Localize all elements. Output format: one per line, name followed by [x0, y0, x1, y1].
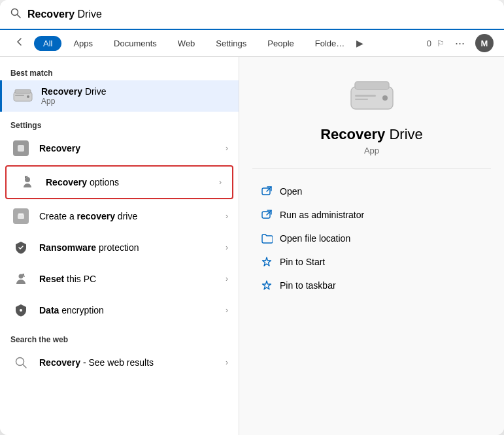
svg-rect-9: [18, 213, 24, 215]
svg-rect-5: [15, 95, 24, 96]
create-recovery-title: Create a recovery drive: [39, 211, 226, 221]
svg-rect-17: [355, 95, 376, 97]
best-match-icon: [12, 86, 33, 106]
tab-settings[interactable]: Settings: [207, 36, 256, 51]
action-file-location[interactable]: Open file location: [252, 227, 491, 250]
right-divider: [252, 169, 491, 169]
tab-apps[interactable]: Apps: [64, 36, 102, 51]
right-panel: Recovery Drive App Open: [239, 57, 504, 435]
tab-folders[interactable]: Folde…: [306, 36, 354, 51]
search-web-chevron: ›: [226, 358, 228, 367]
best-match-label: Best match: [0, 65, 239, 80]
svg-line-22: [267, 210, 271, 215]
filter-right: 0 ⚐ ··· M: [427, 34, 494, 52]
pin-start-label: Pin to Start: [280, 257, 325, 267]
best-match-subtitle: App: [41, 97, 228, 106]
pin-taskbar-icon: [260, 279, 273, 292]
pin-start-icon: [260, 255, 273, 268]
open-label: Open: [280, 186, 302, 197]
svg-line-13: [23, 364, 26, 368]
settings-item-recovery-options[interactable]: Recovery options ›: [5, 165, 233, 199]
recovery-title: Recovery: [39, 143, 226, 153]
ransomware-icon: [10, 237, 31, 258]
create-recovery-chevron: ›: [226, 212, 228, 221]
recovery-chevron: ›: [226, 144, 228, 153]
left-panel: Best match Recovery Drive App: [0, 57, 239, 435]
settings-item-reset-pc[interactable]: Reset this PC ›: [0, 263, 239, 295]
search-input-display[interactable]: Recovery Drive: [27, 8, 494, 20]
recovery-text: Recovery: [39, 143, 226, 153]
search-icon: [10, 8, 21, 21]
best-match-text: Recovery Drive App: [41, 86, 228, 106]
search-query-rest: Drive: [75, 8, 102, 20]
svg-line-1: [18, 15, 21, 18]
create-recovery-icon: [10, 206, 31, 227]
create-recovery-text: Create a recovery drive: [39, 211, 226, 221]
settings-item-data-encryption[interactable]: Data encryption ›: [0, 295, 239, 326]
action-run-admin[interactable]: Run as administrator: [252, 203, 491, 227]
run-admin-icon: [260, 208, 273, 221]
action-open[interactable]: Open: [252, 180, 491, 203]
svg-rect-15: [355, 82, 389, 89]
search-web-title: Recovery - See web results: [39, 357, 226, 368]
recovery-options-chevron: ›: [219, 178, 222, 187]
app-title-large: Recovery Drive: [320, 126, 423, 143]
file-location-icon: [260, 232, 273, 245]
search-web-item[interactable]: Recovery - See web results ›: [0, 347, 239, 378]
more-button[interactable]: ···: [450, 35, 470, 52]
svg-line-20: [267, 187, 271, 191]
recovery-options-title: Recovery options: [46, 177, 219, 187]
data-encryption-chevron: ›: [226, 306, 228, 315]
app-icon-large: [346, 76, 398, 116]
data-encryption-text: Data encryption: [39, 305, 226, 315]
svg-point-10: [19, 274, 24, 279]
tab-web[interactable]: Web: [169, 36, 205, 51]
reset-pc-chevron: ›: [226, 274, 228, 283]
run-admin-label: Run as administrator: [280, 210, 364, 220]
tab-people[interactable]: People: [258, 36, 303, 51]
svg-rect-18: [355, 99, 368, 100]
action-pin-taskbar[interactable]: Pin to taskbar: [252, 274, 491, 297]
action-list: Open Run as administrator: [252, 180, 491, 297]
svg-rect-3: [15, 89, 31, 93]
settings-item-recovery[interactable]: Recovery ›: [0, 133, 239, 164]
search-bar: Recovery Drive: [0, 0, 504, 30]
ransomware-text: Ransomware protection: [39, 242, 226, 253]
reset-pc-icon: [10, 268, 31, 289]
best-match-title: Recovery Drive: [41, 86, 228, 97]
tab-all[interactable]: All: [34, 36, 61, 51]
open-icon: [260, 185, 273, 198]
back-button[interactable]: [10, 34, 29, 52]
data-encryption-icon: [10, 300, 31, 321]
search-web-section: Search the web Recovery - See web result…: [0, 331, 239, 378]
recovery-options-text: Recovery options: [46, 177, 219, 187]
svg-point-7: [25, 177, 30, 182]
play-button[interactable]: ▶: [356, 38, 363, 48]
reset-pc-title: Reset this PC: [39, 274, 226, 284]
result-count: 0: [427, 39, 431, 48]
svg-rect-6: [18, 145, 24, 152]
best-match-item[interactable]: Recovery Drive App: [0, 80, 239, 112]
svg-rect-8: [18, 214, 24, 219]
svg-point-11: [20, 309, 22, 312]
ransomware-chevron: ›: [226, 243, 228, 252]
search-query-bold: Recovery: [27, 8, 75, 20]
app-type: App: [364, 146, 379, 155]
ransomware-title: Ransomware protection: [39, 242, 226, 253]
settings-section: Settings Recovery: [0, 117, 239, 326]
filter-bar: All Apps Documents Web Settings People F…: [0, 30, 504, 57]
main-content: Best match Recovery Drive App: [0, 57, 504, 435]
settings-item-ransomware[interactable]: Ransomware protection ›: [0, 232, 239, 263]
svg-point-4: [27, 95, 29, 98]
trophy-icon: ⚐: [437, 39, 445, 48]
settings-item-create-recovery[interactable]: Create a recovery drive ›: [0, 201, 239, 232]
svg-point-16: [382, 95, 388, 101]
recovery-options-icon: [17, 172, 38, 193]
reset-pc-text: Reset this PC: [39, 274, 226, 284]
settings-label: Settings: [0, 117, 239, 133]
search-web-text: Recovery - See web results: [39, 357, 226, 368]
tab-documents[interactable]: Documents: [105, 36, 166, 51]
avatar[interactable]: M: [475, 34, 494, 52]
action-pin-start[interactable]: Pin to Start: [252, 250, 491, 274]
search-web-icon: [10, 352, 31, 373]
